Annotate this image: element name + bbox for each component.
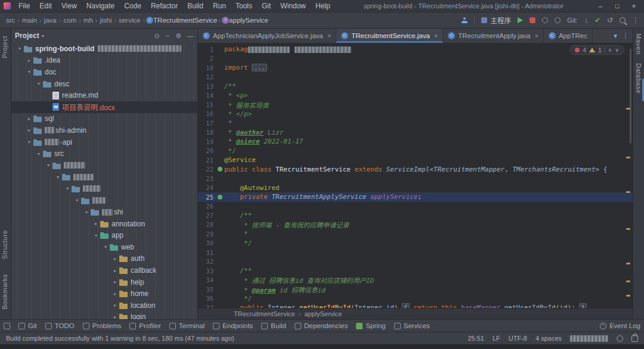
- line-number[interactable]: 17: [198, 120, 216, 127]
- tool-window-switcher-icon[interactable]: [4, 323, 10, 329]
- menu-code[interactable]: Code: [120, 1, 145, 11]
- collapse-all-icon[interactable]: −: [166, 32, 169, 40]
- line-number[interactable]: 26: [198, 202, 216, 210]
- tree-item[interactable]: ▾shi: [11, 206, 197, 218]
- locate-file-icon[interactable]: ⊙: [154, 32, 159, 40]
- line-number[interactable]: 19: [198, 138, 216, 145]
- line-number[interactable]: 22: [198, 166, 216, 173]
- collapse-caret-icon[interactable]: ▸: [112, 268, 119, 273]
- close-tab-icon[interactable]: ×: [434, 32, 438, 39]
- toolwindow-button-problems[interactable]: Problems: [83, 322, 122, 329]
- breadcrumb-item[interactable]: mh: [82, 17, 94, 24]
- breadcrumb-item[interactable]: jishi: [98, 17, 113, 24]
- prev-inspection-icon[interactable]: ∧: [608, 47, 612, 53]
- tree-item[interactable]: ▸sql: [11, 113, 197, 125]
- collapse-caret-icon[interactable]: ▸: [26, 58, 33, 63]
- toolwindow-button-structure[interactable]: Structure: [1, 230, 8, 259]
- editor-tab[interactable]: CTRecruitmentApply.java×: [443, 29, 544, 43]
- line-number[interactable]: 37: [198, 304, 216, 308]
- project-tree[interactable]: ▾spring-boot-build▸.idea▾doc▾descreadme.…: [11, 43, 197, 319]
- tree-item[interactable]: ▸annotation: [11, 218, 197, 230]
- line-number[interactable]: 1: [198, 46, 216, 53]
- line-number[interactable]: 29: [198, 230, 216, 238]
- git-rollback-button[interactable]: ↺: [607, 17, 613, 24]
- menu-window[interactable]: Window: [276, 1, 310, 11]
- collapse-caret-icon[interactable]: ▸: [112, 256, 119, 261]
- expand-caret-icon[interactable]: ▾: [35, 81, 42, 86]
- close-button[interactable]: ×: [626, 2, 642, 10]
- toolwindow-button-bookmarks[interactable]: Bookmarks: [1, 274, 8, 310]
- toolwindow-button-database[interactable]: Database: [635, 63, 642, 94]
- expand-caret-icon[interactable]: ▾: [26, 69, 33, 74]
- tree-item[interactable]: ▾-api: [11, 136, 197, 148]
- expand-caret-icon[interactable]: ▾: [54, 174, 61, 180]
- editor-tab[interactable]: CTRecruitmentService.java×: [336, 29, 443, 43]
- line-number[interactable]: 23: [198, 175, 216, 182]
- expand-caret-icon[interactable]: ▾: [16, 46, 23, 51]
- tab-options-icon[interactable]: ⋮: [622, 32, 629, 40]
- event-log-button[interactable]: Event Log: [600, 322, 640, 329]
- spring-bean-icon[interactable]: [218, 167, 222, 172]
- expand-caret-icon[interactable]: ▾: [35, 151, 42, 157]
- tree-item[interactable]: ▾: [11, 160, 197, 172]
- line-number[interactable]: 14: [198, 92, 216, 99]
- tree-item[interactable]: readme.md: [11, 89, 197, 101]
- toolwindow-button-profiler[interactable]: Profiler: [129, 322, 160, 329]
- breadcrumb-item[interactable]: main: [21, 17, 38, 24]
- line-number[interactable]: 20: [198, 147, 216, 154]
- collapse-caret-icon[interactable]: ▸: [112, 303, 119, 308]
- tree-item[interactable]: ▾: [11, 183, 197, 195]
- code-editor[interactable]: 1packag210import ...1213/**14 * <p>15 * …: [198, 43, 633, 308]
- tree-item[interactable]: ▸home: [11, 288, 197, 300]
- settings-gear-icon[interactable]: ⚙: [175, 32, 181, 40]
- menu-help[interactable]: Help: [311, 1, 335, 11]
- editor-tab[interactable]: CAppTRec: [544, 29, 593, 43]
- toolwindow-button-services[interactable]: Services: [394, 322, 430, 329]
- menu-tools[interactable]: Tools: [231, 1, 256, 11]
- expand-caret-icon[interactable]: ▾: [83, 210, 90, 215]
- breadcrumb-item[interactable]: service: [117, 17, 141, 24]
- caret-position[interactable]: 25:51: [467, 335, 484, 342]
- tree-item[interactable]: ▾doc: [11, 66, 197, 78]
- tree-item[interactable]: ▾: [11, 195, 197, 207]
- breadcrumb-item[interactable]: com: [62, 17, 78, 24]
- breadcrumb-field[interactable]: fapplyService: [222, 17, 268, 24]
- tree-item[interactable]: ▾app: [11, 230, 197, 242]
- menu-view[interactable]: View: [57, 1, 81, 11]
- menu-edit[interactable]: Edit: [35, 1, 56, 11]
- line-number[interactable]: 10: [198, 64, 216, 71]
- line-number[interactable]: 25: [198, 194, 216, 201]
- maximize-button[interactable]: □: [609, 2, 625, 10]
- run-with-coverage-button[interactable]: [542, 17, 548, 23]
- tree-item[interactable]: ▸location: [11, 300, 197, 311]
- collapse-caret-icon[interactable]: ▸: [92, 221, 100, 226]
- menu-build[interactable]: Build: [183, 1, 208, 11]
- editor-breadcrumbs[interactable]: TRecruitmentService › applyService: [198, 308, 633, 319]
- tree-item[interactable]: ▸callback: [11, 264, 197, 276]
- project-view-selector[interactable]: Project ▾: [15, 32, 44, 40]
- breadcrumb-item[interactable]: java: [43, 17, 58, 24]
- toolwindow-button-maven[interactable]: Maven: [635, 33, 642, 55]
- readonly-lock-icon[interactable]: [631, 335, 638, 342]
- tree-item[interactable]: ▾spring-boot-build: [11, 43, 197, 55]
- breadcrumb-class[interactable]: TRecruitmentService: [234, 310, 295, 317]
- spring-bean-icon[interactable]: [218, 195, 222, 200]
- tree-item[interactable]: ▾web: [11, 241, 197, 253]
- expand-caret-icon[interactable]: ▾: [26, 139, 33, 145]
- next-inspection-icon[interactable]: ∨: [615, 47, 619, 53]
- notifications-bell-icon[interactable]: [617, 335, 623, 342]
- expand-caret-icon[interactable]: ▾: [102, 244, 109, 250]
- menu-file[interactable]: File: [14, 1, 34, 11]
- collapse-caret-icon[interactable]: ▸: [112, 314, 119, 319]
- git-commit-button[interactable]: ✔: [595, 17, 600, 24]
- close-tab-icon[interactable]: ×: [535, 32, 538, 39]
- line-number[interactable]: 30: [198, 239, 216, 247]
- toolwindow-button-git[interactable]: Git: [18, 322, 37, 329]
- line-number[interactable]: 2: [198, 55, 216, 62]
- expand-caret-icon[interactable]: ▾: [64, 186, 71, 191]
- tree-item[interactable]: ▸help: [11, 276, 197, 288]
- breadcrumb-item[interactable]: src: [5, 17, 16, 24]
- line-number[interactable]: 33: [198, 267, 216, 275]
- tree-item[interactable]: ▸.idea: [11, 55, 197, 67]
- line-number[interactable]: 16: [198, 110, 216, 117]
